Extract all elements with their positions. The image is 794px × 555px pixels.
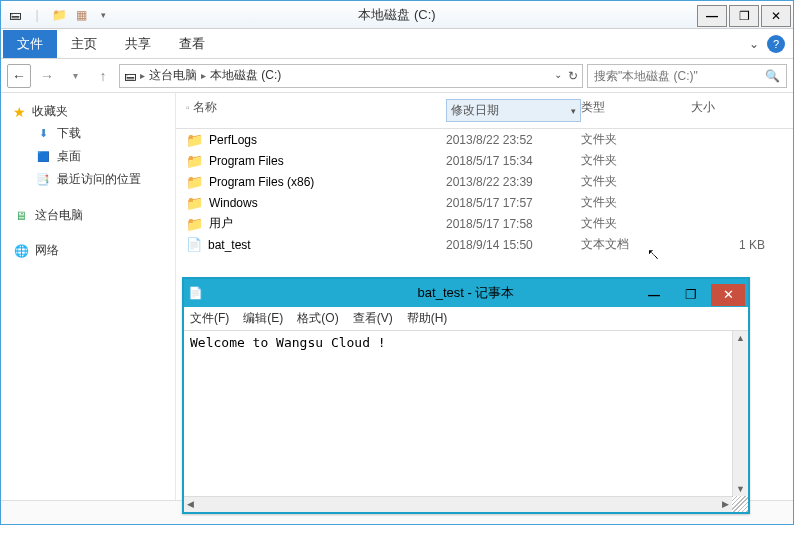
sidebar-thispc-header[interactable]: 这台电脑 xyxy=(13,205,171,226)
notepad-menubar: 文件(F) 编辑(E) 格式(O) 查看(V) 帮助(H) xyxy=(184,307,748,331)
sidebar-item-desktop[interactable]: 桌面 xyxy=(13,145,171,168)
address-drive-icon xyxy=(124,69,136,83)
refresh-icon[interactable]: ↻ xyxy=(568,69,578,83)
sidebar-item-label: 最近访问的位置 xyxy=(57,171,141,188)
column-header-date-label: 修改日期 xyxy=(451,102,499,119)
notepad-text-area[interactable]: Welcome to Wangsu Cloud ! xyxy=(184,331,732,496)
column-header-name-label: 名称 xyxy=(193,100,217,114)
file-type: 文件夹 xyxy=(581,173,691,190)
notepad-titlebar[interactable]: 📄 bat_test - 记事本 — ❐ ✕ xyxy=(184,279,748,307)
crumb-sep-icon[interactable]: ▸ xyxy=(201,70,206,81)
minimize-button[interactable]: — xyxy=(697,5,727,27)
search-box[interactable]: 🔍 xyxy=(587,64,787,88)
close-button[interactable]: ✕ xyxy=(761,5,791,27)
notepad-window: 📄 bat_test - 记事本 — ❐ ✕ 文件(F) 编辑(E) 格式(O)… xyxy=(182,277,750,514)
file-row[interactable]: 📁用户2018/5/17 17:58文件夹 xyxy=(176,213,793,234)
file-row[interactable]: 📁PerfLogs2013/8/22 23:52文件夹 xyxy=(176,129,793,150)
search-input[interactable] xyxy=(594,69,765,83)
qat-dropdown-icon[interactable]: ▾ xyxy=(93,5,113,25)
recent-icon xyxy=(35,172,51,188)
file-name: PerfLogs xyxy=(209,133,257,147)
search-icon[interactable]: 🔍 xyxy=(765,69,780,83)
notepad-body: Welcome to Wangsu Cloud ! xyxy=(184,331,748,496)
sidebar-item-recent[interactable]: 最近访问的位置 xyxy=(13,168,171,191)
file-row[interactable]: 📁Program Files (x86)2013/8/22 23:39文件夹 xyxy=(176,171,793,192)
address-bar[interactable]: ▸ 这台电脑 ▸ 本地磁盘 (C:) ⌄ ↻ xyxy=(119,64,583,88)
sidebar-favorites-header[interactable]: ★ 收藏夹 xyxy=(13,101,171,122)
file-row[interactable]: 📄bat_test2018/9/14 15:50文本文档1 KB xyxy=(176,234,793,255)
notepad-close-button[interactable]: ✕ xyxy=(711,284,745,306)
qat-separator: | xyxy=(27,5,47,25)
notepad-menu-format[interactable]: 格式(O) xyxy=(297,310,338,327)
folder-icon: 📁 xyxy=(186,195,203,211)
file-date: 2018/5/17 17:57 xyxy=(446,196,581,210)
file-date: 2018/9/14 15:50 xyxy=(446,238,581,252)
crumb-sep-icon[interactable]: ▸ xyxy=(140,70,145,81)
file-size: 1 KB xyxy=(691,238,793,252)
notepad-menu-view[interactable]: 查看(V) xyxy=(353,310,393,327)
quick-access-toolbar: | 📁 ▦ ▾ xyxy=(1,5,117,25)
ribbon-tab-file[interactable]: 文件 xyxy=(3,30,57,58)
nav-row: ← → ▾ ↑ ▸ 这台电脑 ▸ 本地磁盘 (C:) ⌄ ↻ 🔍 xyxy=(1,59,793,93)
ribbon-tab-view[interactable]: 查看 xyxy=(165,30,219,58)
help-icon[interactable]: ? xyxy=(767,35,785,53)
notepad-scrollbar-vertical[interactable] xyxy=(732,331,748,496)
file-name: bat_test xyxy=(208,238,251,252)
file-date: 2013/8/22 23:52 xyxy=(446,133,581,147)
pc-icon xyxy=(13,208,29,224)
address-dropdown-icon[interactable]: ⌄ xyxy=(554,69,562,83)
window-controls: — ❐ ✕ xyxy=(697,3,793,27)
notepad-menu-file[interactable]: 文件(F) xyxy=(190,310,229,327)
desktop-icon xyxy=(35,149,51,165)
qat-properties-icon[interactable]: ▦ xyxy=(71,5,91,25)
ribbon-tab-share[interactable]: 共享 xyxy=(111,30,165,58)
notepad-menu-edit[interactable]: 编辑(E) xyxy=(243,310,283,327)
breadcrumb-root[interactable]: 这台电脑 xyxy=(149,67,197,84)
star-icon: ★ xyxy=(13,104,26,120)
sort-dropdown-icon[interactable]: ▾ xyxy=(571,106,576,116)
file-name: Windows xyxy=(209,196,258,210)
file-list: ⭦ 📁PerfLogs2013/8/22 23:52文件夹📁Program Fi… xyxy=(176,129,793,255)
notepad-app-icon: 📄 xyxy=(184,286,206,300)
maximize-button[interactable]: ❐ xyxy=(729,5,759,27)
explorer-titlebar[interactable]: | 📁 ▦ ▾ 本地磁盘 (C:) — ❐ ✕ xyxy=(1,1,793,29)
file-name: Program Files (x86) xyxy=(209,175,314,189)
file-row[interactable]: 📁Program Files2018/5/17 15:34文件夹 xyxy=(176,150,793,171)
file-type: 文件夹 xyxy=(581,152,691,169)
nav-history-dropdown[interactable]: ▾ xyxy=(63,64,87,88)
file-type: 文件夹 xyxy=(581,194,691,211)
qat-new-folder-icon[interactable]: 📁 xyxy=(49,5,69,25)
column-header-date[interactable]: 修改日期 ▾ xyxy=(446,99,581,122)
notepad-title: bat_test - 记事本 xyxy=(418,284,515,302)
file-type: 文本文档 xyxy=(581,236,691,253)
file-type: 文件夹 xyxy=(581,215,691,232)
breadcrumb-drive[interactable]: 本地磁盘 (C:) xyxy=(210,67,281,84)
sidebar: ★ 收藏夹 下载 桌面 最近访问的位置 xyxy=(1,93,176,500)
ribbon-tab-home[interactable]: 主页 xyxy=(57,30,111,58)
nav-forward-button[interactable]: → xyxy=(35,64,59,88)
file-date: 2013/8/22 23:39 xyxy=(446,175,581,189)
file-row[interactable]: 📁Windows2018/5/17 17:57文件夹 xyxy=(176,192,793,213)
folder-icon: 📁 xyxy=(186,153,203,169)
column-header-size[interactable]: 大小 xyxy=(691,99,793,122)
sidebar-favorites-group: ★ 收藏夹 下载 桌面 最近访问的位置 xyxy=(13,101,171,191)
ribbon-expand-icon[interactable]: ⌄ xyxy=(749,37,759,51)
nav-up-button[interactable]: ↑ xyxy=(91,64,115,88)
notepad-scrollbar-horizontal[interactable]: ▶ xyxy=(184,496,732,512)
sidebar-item-label: 桌面 xyxy=(57,148,81,165)
sidebar-network-header[interactable]: 网络 xyxy=(13,240,171,261)
sidebar-network-group: 网络 xyxy=(13,240,171,261)
file-type: 文件夹 xyxy=(581,131,691,148)
sidebar-thispc-group: 这台电脑 xyxy=(13,205,171,226)
file-date: 2018/5/17 15:34 xyxy=(446,154,581,168)
folder-icon: 📁 xyxy=(186,132,203,148)
sidebar-item-downloads[interactable]: 下载 xyxy=(13,122,171,145)
column-header-name[interactable]: ▫ 名称 xyxy=(186,99,446,122)
notepad-resize-grip[interactable] xyxy=(732,496,748,512)
notepad-minimize-button[interactable]: — xyxy=(637,284,671,306)
notepad-maximize-button[interactable]: ❐ xyxy=(674,284,708,306)
column-header-type[interactable]: 类型 xyxy=(581,99,691,122)
download-icon xyxy=(35,126,51,142)
nav-back-button[interactable]: ← xyxy=(7,64,31,88)
notepad-menu-help[interactable]: 帮助(H) xyxy=(407,310,448,327)
